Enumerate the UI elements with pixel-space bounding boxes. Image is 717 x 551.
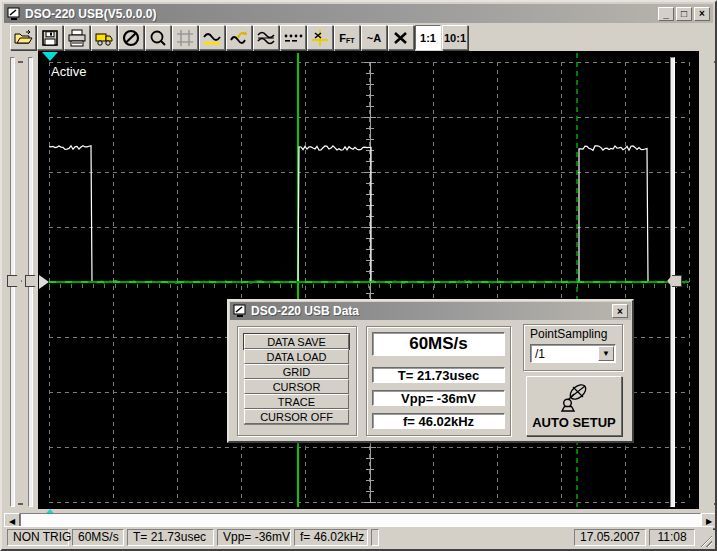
main-titlebar[interactable]: DSO-220 USB(V5.0.0.0) _ □ × <box>4 4 713 23</box>
truck-icon <box>94 29 114 47</box>
dialog-close-button[interactable]: × <box>612 304 628 318</box>
frequency-readout: f= 46.02kHz <box>372 413 505 429</box>
toolbar: FFT ~A 1:1 10:1 <box>10 25 469 51</box>
auto-setup-button[interactable]: AUTO SETUP <box>526 376 622 436</box>
status-trigger-panel: NON TRIG <box>7 529 69 546</box>
open-folder-icon <box>13 29 33 47</box>
dialog-title: DSO-220 USB Data <box>251 304 610 318</box>
main-window: DSO-220 USB(V5.0.0.0) _ □ × <box>0 0 717 551</box>
dialog-app-icon <box>233 304 247 318</box>
sample-rate-readout: 60MS/s <box>372 332 505 356</box>
trigger-slope-button[interactable] <box>253 25 279 50</box>
sine-wave-icon <box>202 29 222 47</box>
open-file-button[interactable] <box>10 25 36 50</box>
statusbar: NON TRIG 60MS/s T= 21.73usec Vpp= -36mV … <box>4 526 713 547</box>
active-status-label: Active <box>51 64 86 79</box>
fft-button[interactable]: FFT <box>334 25 360 50</box>
clear-button[interactable] <box>388 25 414 50</box>
slider-tick <box>18 61 23 63</box>
no-sign-icon <box>122 29 140 47</box>
waveform-edit-button[interactable] <box>226 25 252 50</box>
satellite-dish-icon <box>557 383 591 413</box>
trigger-marker-top-icon <box>42 52 58 61</box>
status-period-panel: T= 21.73usec <box>127 529 214 546</box>
auto-setup-label: AUTO SETUP <box>532 415 616 430</box>
wave-hook-icon <box>229 29 249 47</box>
crosshair-icon <box>310 29 330 47</box>
arrow-left-icon: ◀ <box>9 517 15 526</box>
slider-tick <box>18 503 23 505</box>
print-button[interactable] <box>64 25 90 50</box>
trace-button[interactable]: TRACE <box>244 394 349 409</box>
x-icon <box>393 30 409 46</box>
status-spacer-panel <box>371 529 379 546</box>
minimize-button[interactable]: _ <box>658 7 674 21</box>
point-sampling-value: /1 <box>531 347 598 361</box>
usb-transfer-button[interactable] <box>91 25 117 50</box>
point-sampling-label: PointSampling <box>530 327 607 341</box>
zoom-button[interactable] <box>145 25 171 50</box>
grid-icon <box>176 29 194 47</box>
status-date-panel: 17.05.2007 <box>574 529 646 546</box>
data-load-button[interactable]: DATA LOAD <box>244 349 349 364</box>
stop-button[interactable] <box>118 25 144 50</box>
data-save-button[interactable]: DATA SAVE <box>244 334 349 349</box>
period-readout: T= 21.73usec <box>372 367 505 383</box>
point-sampling-combo[interactable]: /1 ▼ <box>530 344 616 363</box>
combo-drop-button[interactable]: ▼ <box>598 346 614 361</box>
resize-grip[interactable] <box>699 534 712 547</box>
chevron-down-icon: ▼ <box>602 349 610 358</box>
text-annotate-button[interactable]: ~A <box>361 25 387 50</box>
double-wave-icon <box>256 29 276 47</box>
scale-1-1-button[interactable]: 1:1 <box>415 25 441 50</box>
status-vpp-panel: Vpp= -36mV <box>217 529 291 546</box>
level-marker-icon <box>39 275 49 289</box>
grid-button[interactable]: GRID <box>244 364 349 379</box>
scale-10-1-button[interactable]: 10:1 <box>442 25 468 50</box>
dotted-line-icon <box>283 29 303 47</box>
status-rate-panel: 60MS/s <box>72 529 124 546</box>
maximize-button[interactable]: □ <box>676 7 692 21</box>
grid-toggle-button[interactable] <box>172 25 198 50</box>
window-title: DSO-220 USB(V5.0.0.0) <box>25 7 656 21</box>
cursor-button[interactable]: CURSOR <box>244 379 349 394</box>
text-wave-label: ~A <box>367 32 381 44</box>
status-time-panel: 11:08 <box>649 529 695 546</box>
cursor-off-button[interactable]: CURSOR OFF <box>244 409 349 424</box>
save-button[interactable] <box>37 25 63 50</box>
data-dialog: DSO-220 USB Data × DATA SAVE DATA LOAD G… <box>227 299 634 443</box>
fft-label: F <box>339 32 346 44</box>
floppy-save-icon <box>41 29 59 47</box>
left-slider-thumb-1[interactable] <box>7 275 22 287</box>
vpp-readout: Vpp= -36mV <box>372 390 505 406</box>
dialog-titlebar[interactable]: DSO-220 USB Data × <box>230 302 631 320</box>
printer-icon <box>67 29 87 47</box>
dotted-line-button[interactable] <box>280 25 306 50</box>
waveform-button[interactable] <box>199 25 225 50</box>
arrow-right-icon: ▶ <box>706 517 712 526</box>
scope-workspace: Active <box>4 51 713 527</box>
magnifier-icon <box>149 29 167 47</box>
close-button[interactable]: × <box>694 7 710 21</box>
status-freq-panel: f= 46.02kHz <box>294 529 368 546</box>
cursor-cross-button[interactable] <box>307 25 333 50</box>
app-icon <box>7 7 21 21</box>
